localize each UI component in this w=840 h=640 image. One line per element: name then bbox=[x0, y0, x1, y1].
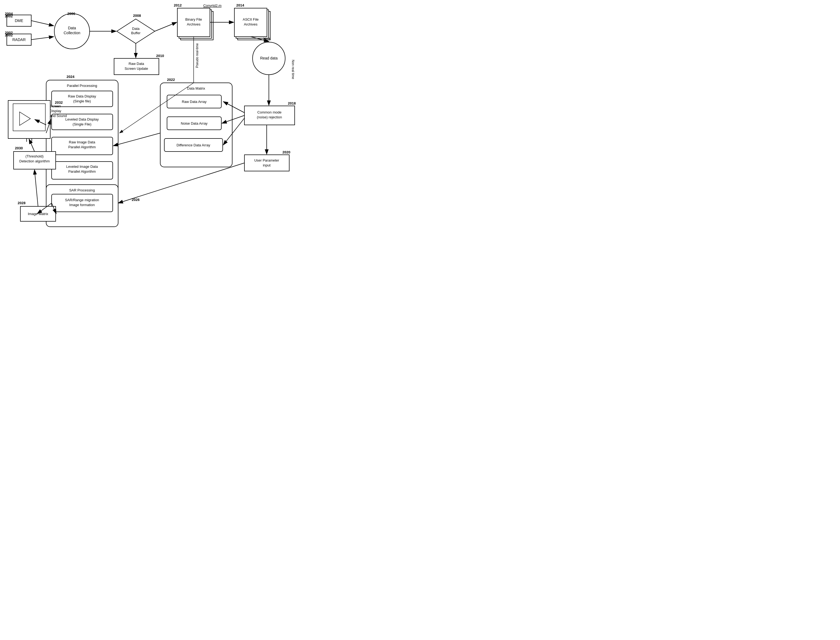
svg-text:2012: 2012 bbox=[174, 3, 182, 7]
svg-rect-65 bbox=[51, 162, 113, 179]
svg-text:Screen: Screen bbox=[50, 104, 61, 108]
svg-text:2008: 2008 bbox=[133, 14, 141, 18]
svg-text:(Single file): (Single file) bbox=[73, 99, 91, 103]
svg-text:Image Matrix: Image Matrix bbox=[28, 212, 48, 216]
svg-text:Data: Data bbox=[68, 26, 76, 30]
svg-text:(noise) rejection: (noise) rejection bbox=[257, 115, 282, 119]
svg-line-106 bbox=[46, 120, 51, 133]
svg-text:Collection: Collection bbox=[64, 31, 80, 35]
svg-text:Parallel Algorithm: Parallel Algorithm bbox=[68, 145, 96, 149]
svg-text:2018: 2018 bbox=[288, 101, 296, 106]
svg-rect-20 bbox=[181, 11, 213, 40]
svg-text:Pseudo real-time: Pseudo real-time bbox=[195, 43, 199, 68]
svg-text:SAR Processing: SAR Processing bbox=[69, 188, 95, 192]
svg-marker-12 bbox=[117, 19, 155, 43]
svg-line-101 bbox=[223, 118, 245, 145]
svg-text:2024: 2024 bbox=[67, 75, 75, 79]
svg-rect-62 bbox=[51, 137, 113, 155]
svg-text:2028: 2028 bbox=[18, 201, 26, 205]
svg-rect-76 bbox=[14, 152, 56, 169]
svg-rect-68 bbox=[46, 185, 118, 227]
svg-text:2006: 2006 bbox=[67, 12, 75, 16]
svg-line-99 bbox=[223, 102, 245, 113]
svg-rect-36 bbox=[245, 106, 294, 125]
svg-line-103 bbox=[113, 133, 160, 146]
svg-text:Difference Data Array: Difference Data Array bbox=[176, 143, 210, 147]
svg-line-96 bbox=[120, 83, 194, 133]
svg-text:ASCII File: ASCII File bbox=[243, 18, 259, 21]
svg-text:2030: 2030 bbox=[15, 146, 23, 150]
svg-line-107 bbox=[51, 203, 56, 214]
svg-rect-28 bbox=[234, 8, 267, 37]
svg-text:Leveled Image Data: Leveled Image Data bbox=[66, 165, 98, 169]
svg-text:and Sound: and Sound bbox=[50, 114, 67, 118]
svg-text:Read data: Read data bbox=[260, 56, 278, 60]
svg-text:2020: 2020 bbox=[282, 150, 290, 154]
svg-text:Raw Data Array: Raw Data Array bbox=[182, 100, 207, 104]
svg-rect-80 bbox=[8, 101, 50, 139]
svg-text:2022: 2022 bbox=[167, 78, 175, 82]
svg-text:2032: 2032 bbox=[55, 101, 63, 104]
svg-rect-73 bbox=[20, 206, 56, 221]
svg-line-100 bbox=[222, 115, 245, 123]
svg-line-97 bbox=[251, 37, 269, 42]
svg-text:(Threshold): (Threshold) bbox=[26, 154, 43, 158]
svg-text:Data: Data bbox=[132, 27, 139, 31]
svg-text:Binary File: Binary File bbox=[185, 18, 202, 21]
svg-rect-49 bbox=[167, 117, 221, 130]
svg-text:Non real time: Non real time bbox=[291, 60, 295, 79]
svg-rect-70 bbox=[51, 194, 113, 212]
diagram: DME RADAR 2004 2002 Data Collection 2006… bbox=[0, 0, 420, 320]
svg-text:Raw Data Display: Raw Data Display bbox=[68, 94, 96, 98]
svg-point-33 bbox=[253, 42, 285, 75]
svg-rect-47 bbox=[167, 95, 221, 108]
svg-line-110 bbox=[29, 139, 35, 152]
svg-text:Noise Data Array: Noise Data Array bbox=[181, 122, 208, 125]
svg-text:(Single File): (Single File) bbox=[72, 122, 91, 126]
svg-text:Parallel Algorithm: Parallel Algorithm bbox=[68, 170, 96, 173]
svg-rect-53 bbox=[46, 80, 118, 197]
svg-rect-21 bbox=[179, 10, 211, 38]
id-2002: 2002 bbox=[5, 33, 13, 37]
svg-text:Buffer: Buffer bbox=[131, 31, 141, 35]
svg-text:Screen Update: Screen Update bbox=[125, 67, 148, 70]
svg-text:User Parameter: User Parameter bbox=[254, 158, 279, 162]
svg-rect-22 bbox=[178, 8, 210, 37]
svg-line-92 bbox=[155, 22, 177, 31]
svg-rect-40 bbox=[245, 155, 289, 171]
svg-text:2026: 2026 bbox=[132, 198, 139, 202]
svg-text:RADAR: RADAR bbox=[12, 37, 26, 42]
svg-rect-56 bbox=[51, 91, 113, 107]
svg-rect-16 bbox=[114, 58, 159, 75]
svg-text:Display: Display bbox=[50, 109, 61, 113]
svg-rect-59 bbox=[51, 114, 113, 130]
svg-line-90 bbox=[31, 37, 54, 40]
svg-text:Parallel Processing: Parallel Processing bbox=[67, 84, 97, 88]
id-2004: 2002 bbox=[5, 14, 13, 18]
svg-text:Convrtd2.m: Convrtd2.m bbox=[203, 3, 221, 8]
svg-text:Archives: Archives bbox=[187, 22, 200, 26]
svg-point-8 bbox=[54, 14, 90, 49]
svg-text:input: input bbox=[263, 163, 271, 167]
svg-rect-81 bbox=[13, 104, 45, 131]
svg-text:Common mode: Common mode bbox=[258, 110, 282, 114]
svg-text:Raw Image Data: Raw Image Data bbox=[69, 140, 96, 144]
svg-text:Archives: Archives bbox=[244, 22, 258, 26]
svg-text:DME: DME bbox=[14, 18, 23, 23]
svg-marker-84 bbox=[19, 112, 30, 125]
svg-text:Image formation: Image formation bbox=[69, 203, 95, 207]
svg-text:Detection algorithm: Detection algorithm bbox=[19, 159, 50, 163]
svg-line-108 bbox=[37, 203, 51, 214]
svg-line-89 bbox=[31, 21, 54, 26]
svg-rect-26 bbox=[238, 11, 270, 40]
svg-text:Data Matrix: Data Matrix bbox=[187, 86, 205, 90]
svg-text:2016: 2016 bbox=[263, 37, 271, 41]
svg-rect-44 bbox=[160, 83, 232, 167]
svg-rect-51 bbox=[164, 139, 223, 152]
svg-text:Leveled Data Display: Leveled Data Display bbox=[66, 117, 99, 122]
svg-text:SAR/Range migration: SAR/Range migration bbox=[65, 198, 99, 202]
svg-text:2010: 2010 bbox=[156, 54, 164, 58]
svg-text:2014: 2014 bbox=[236, 3, 245, 7]
svg-rect-27 bbox=[236, 10, 269, 38]
svg-text:Raw Data: Raw Data bbox=[128, 62, 144, 66]
